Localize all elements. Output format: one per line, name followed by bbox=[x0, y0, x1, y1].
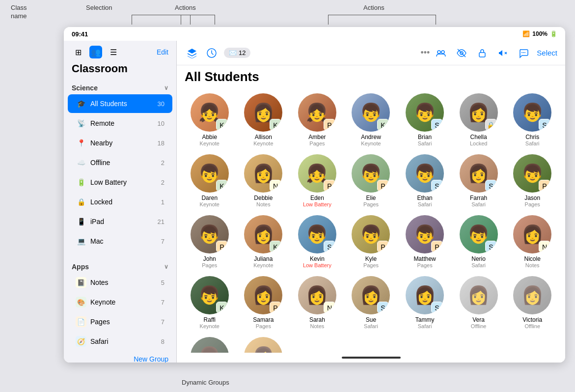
svg-rect-5 bbox=[479, 53, 485, 57]
section-apps-chevron[interactable]: ∨ bbox=[164, 263, 168, 270]
svg-text:P: P bbox=[435, 243, 439, 251]
sidebar-item-notes[interactable]: 📓 Notes 5 bbox=[68, 273, 172, 292]
message-badge[interactable]: ✉️ 12 bbox=[224, 48, 250, 58]
screen-share-icon[interactable] bbox=[204, 46, 219, 60]
content-title: All Students bbox=[177, 65, 565, 88]
sidebar-item-low-battery[interactable]: 🔋 Low Battery 2 bbox=[68, 173, 172, 192]
svg-text:P: P bbox=[219, 243, 224, 251]
sidebar-item-nearby[interactable]: 📍 Nearby 18 bbox=[68, 134, 172, 152]
mute-icon[interactable] bbox=[495, 46, 510, 60]
student-card-sue[interactable]: 👩 S Sue Safari bbox=[346, 276, 396, 329]
section-science-chevron[interactable]: ∨ bbox=[164, 84, 168, 91]
student-card-juliana[interactable]: 👩 K Juliana Keynote bbox=[239, 215, 289, 268]
svg-point-8 bbox=[521, 52, 522, 53]
svg-text:S: S bbox=[489, 243, 493, 251]
sidebar-header: ⊞ 👥 ☰ Edit bbox=[64, 41, 176, 61]
student-card-debbie[interactable]: 👩 N Debbie Notes bbox=[239, 154, 289, 207]
svg-text:S: S bbox=[435, 121, 439, 129]
student-card-vera[interactable]: 👩 Vera Offline bbox=[454, 276, 504, 329]
student-card-daren[interactable]: 👦 K Daren Keynote bbox=[185, 154, 235, 207]
student-card-abbie[interactable]: 👧 K Abbie Keynote bbox=[185, 93, 235, 146]
mac-icon: 💻 bbox=[76, 236, 86, 247]
sidebar-item-offline[interactable]: ☁️ Offline 2 bbox=[68, 153, 172, 172]
svg-line-4 bbox=[458, 49, 465, 57]
pages-label: Pages bbox=[90, 318, 157, 326]
sidebar-item-locked[interactable]: 🔒 Locked 1 bbox=[68, 193, 172, 211]
svg-text:P: P bbox=[274, 304, 278, 312]
groups-icon[interactable] bbox=[434, 46, 448, 60]
people-view-icon[interactable]: 👥 bbox=[89, 46, 102, 58]
sidebar-edit-button[interactable]: Edit bbox=[157, 48, 168, 56]
student-card-tammy[interactable]: 👩 S Tammy Safari bbox=[400, 276, 450, 329]
message-action-icon[interactable] bbox=[516, 46, 531, 60]
student-card-john[interactable]: 👦 P John Pages bbox=[185, 215, 235, 268]
nearby-icon: 📍 bbox=[76, 138, 86, 148]
sidebar-item-all-students[interactable]: 🎓 All Students 30 bbox=[68, 94, 172, 113]
student-card-victoria[interactable]: 👩 Victoria Offline bbox=[507, 276, 557, 329]
status-bar: 09:41 📶 100% 🔋 bbox=[64, 27, 565, 41]
svg-text:S: S bbox=[542, 121, 547, 129]
new-group-button[interactable]: New Group bbox=[64, 351, 176, 363]
student-card-kyle[interactable]: 👦 P Kyle Pages bbox=[346, 215, 396, 268]
safari-app-icon: 🧭 bbox=[76, 336, 86, 347]
safari-count: 8 bbox=[161, 338, 164, 345]
low-battery-count: 2 bbox=[161, 179, 164, 186]
student-card-matthew[interactable]: 👦 P Matthew Pages bbox=[400, 215, 450, 268]
student-card-eden[interactable]: 👧 P Eden Low Battery bbox=[292, 154, 342, 207]
student-card-amber[interactable]: 👧 P Amber Pages bbox=[292, 93, 342, 146]
student-card-raffi[interactable]: 👦 K Raffi Keynote bbox=[185, 276, 235, 329]
svg-text:K: K bbox=[219, 304, 224, 312]
svg-point-9 bbox=[523, 52, 524, 53]
remote-icon: 📡 bbox=[76, 118, 86, 129]
svg-text:N: N bbox=[327, 304, 332, 312]
svg-text:N: N bbox=[273, 182, 278, 190]
student-card-partial-2[interactable]: 👩 bbox=[239, 337, 289, 353]
svg-text:P: P bbox=[327, 182, 331, 190]
student-card-brian[interactable]: 👦 S Brian Safari bbox=[400, 93, 450, 146]
sidebar-icons: ⊞ 👥 ☰ bbox=[72, 46, 120, 58]
sidebar-item-safari[interactable]: 🧭 Safari 8 bbox=[68, 332, 172, 351]
sidebar-item-mac[interactable]: 💻 Mac 7 bbox=[68, 232, 172, 251]
all-students-label: All Students bbox=[90, 100, 154, 108]
student-card-partial-1[interactable]: 👦 bbox=[185, 337, 235, 353]
student-card-nerio[interactable]: 👦 S Nerio Safari bbox=[454, 215, 504, 268]
svg-text:S: S bbox=[381, 304, 385, 312]
grid-view-icon[interactable]: ⊞ bbox=[72, 46, 84, 58]
sidebar-item-ipad[interactable]: 📱 iPad 21 bbox=[68, 212, 172, 231]
lock-action-icon[interactable] bbox=[475, 46, 490, 60]
student-card-elie[interactable]: 👦 P Elie Pages bbox=[346, 154, 396, 207]
student-card-jason[interactable]: 👦 P Jason Pages bbox=[507, 154, 557, 207]
student-card-chris[interactable]: 👦 S Chris Safari bbox=[507, 93, 557, 146]
keynote-app-icon: 🎨 bbox=[76, 297, 86, 308]
offline-label: Offline bbox=[90, 159, 157, 167]
select-button[interactable]: Select bbox=[537, 49, 557, 57]
sidebar-item-remote[interactable]: 📡 Remote 10 bbox=[68, 114, 172, 133]
locked-icon: 🔒 bbox=[76, 196, 86, 207]
svg-text:K: K bbox=[381, 121, 386, 129]
student-card-chella[interactable]: 👩 🔒 Chella Locked bbox=[454, 93, 504, 146]
toolbar-right: Select bbox=[434, 46, 557, 60]
list-view-icon[interactable]: ☰ bbox=[107, 46, 120, 58]
mac-count: 7 bbox=[161, 238, 164, 245]
svg-text:S: S bbox=[327, 243, 331, 251]
student-card-samara[interactable]: 👩 P Samara Pages bbox=[239, 276, 289, 329]
svg-text:P: P bbox=[327, 121, 331, 129]
mac-label: Mac bbox=[90, 237, 157, 245]
student-card-allison[interactable]: 👩 K Allison Keynote bbox=[239, 93, 289, 146]
eye-icon[interactable] bbox=[454, 46, 469, 60]
layers-icon[interactable] bbox=[185, 46, 199, 60]
student-card-ethan[interactable]: 👦 S Ethan Safari bbox=[400, 154, 450, 207]
sidebar-item-keynote[interactable]: 🎨 Keynote 7 bbox=[68, 293, 172, 311]
student-card-farrah[interactable]: 👩 S Farrah Safari bbox=[454, 154, 504, 207]
student-card-sarah[interactable]: 👩 N Sarah Notes bbox=[292, 276, 342, 329]
sidebar-item-pages[interactable]: 📄 Pages 7 bbox=[68, 312, 172, 331]
student-card-andrew[interactable]: 👦 K Andrew Keynote bbox=[346, 93, 396, 146]
section-apps-label: Apps bbox=[72, 263, 89, 271]
student-card-kevin[interactable]: 👦 S Kevin Low Battery bbox=[292, 215, 342, 268]
more-icon[interactable]: ••• bbox=[420, 48, 430, 58]
low-battery-icon: 🔋 bbox=[76, 177, 86, 188]
annotation-dynamic-groups: Dynamic Groups bbox=[182, 379, 229, 386]
low-battery-label: Low Battery bbox=[90, 178, 157, 186]
keynote-label: Keynote bbox=[90, 298, 157, 306]
student-card-nicole[interactable]: 👩 N Nicole Notes bbox=[507, 215, 557, 268]
